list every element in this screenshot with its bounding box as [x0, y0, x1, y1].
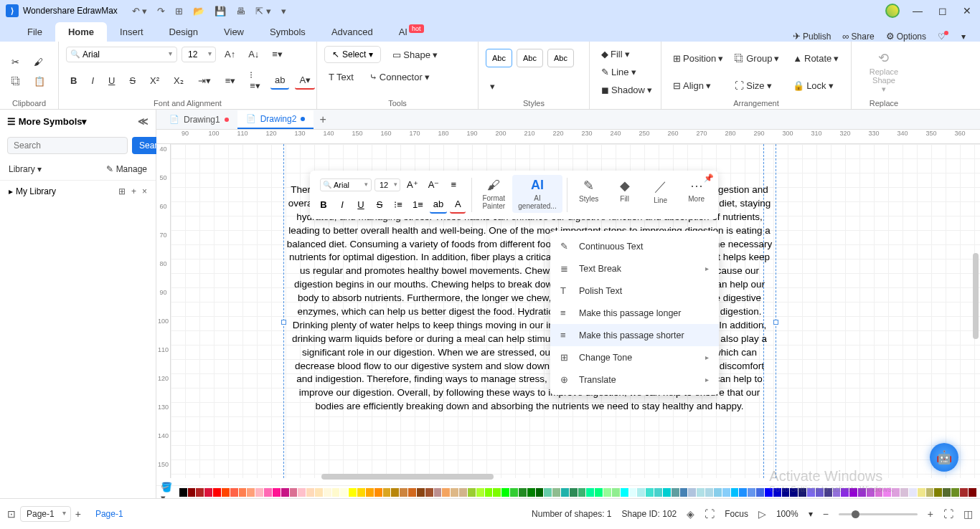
tab-view[interactable]: View: [211, 22, 257, 42]
ai-menu-item[interactable]: ⊕Translate▸: [550, 368, 719, 391]
mylib-grid-icon[interactable]: ⊞: [118, 186, 126, 196]
ai-menu-item[interactable]: ✎Continuous Text: [550, 235, 719, 257]
page-nav-icon[interactable]: ⊡: [7, 508, 16, 520]
color-swatch[interactable]: [273, 488, 281, 497]
play-icon[interactable]: ▷: [758, 508, 766, 520]
add-tab-button[interactable]: +: [314, 110, 331, 129]
options-button[interactable]: ⚙Options: [886, 31, 926, 42]
connector-tool[interactable]: ⤷ Connector▾: [365, 69, 434, 85]
color-swatch[interactable]: [552, 488, 560, 497]
color-swatch[interactable]: [544, 488, 552, 497]
mini-decrease-font-icon[interactable]: A⁻: [425, 176, 443, 193]
color-swatch[interactable]: [926, 488, 934, 497]
shadow-button[interactable]: ◼Shadow▾: [597, 82, 656, 98]
ai-menu-item[interactable]: TPolish Text: [550, 280, 719, 302]
zoom-out-icon[interactable]: −: [823, 508, 829, 520]
group-button[interactable]: ⿻ Group▾: [730, 50, 786, 67]
strike-icon[interactable]: S: [125, 72, 140, 89]
selection-handle[interactable]: [773, 320, 778, 325]
color-swatch[interactable]: [383, 488, 391, 497]
mini-fill-button[interactable]: ◆Fill: [608, 175, 642, 206]
color-swatch[interactable]: [417, 488, 425, 497]
minimize-icon[interactable]: —: [910, 5, 925, 16]
color-swatch[interactable]: [883, 488, 891, 497]
color-swatch[interactable]: [493, 488, 501, 497]
color-swatch[interactable]: [900, 488, 908, 497]
color-swatch[interactable]: [578, 488, 586, 497]
ai-menu-item[interactable]: ≣Text Break▸: [550, 257, 719, 280]
color-swatch[interactable]: [688, 488, 696, 497]
page-link[interactable]: Page-1: [95, 509, 123, 519]
menu-chevron-icon[interactable]: ▾: [961, 32, 966, 42]
color-swatch[interactable]: [782, 488, 790, 497]
color-swatch[interactable]: [374, 488, 382, 497]
color-swatch[interactable]: [849, 488, 857, 497]
color-swatch[interactable]: [672, 488, 679, 497]
font-color-icon[interactable]: A▾: [295, 72, 315, 90]
style-preset-3[interactable]: Abc: [547, 49, 574, 67]
tab-insert[interactable]: Insert: [107, 22, 156, 42]
color-swatch[interactable]: [637, 488, 645, 497]
cut-icon[interactable]: ✂: [7, 54, 25, 70]
color-swatch[interactable]: [340, 488, 348, 497]
indent-icon[interactable]: ⇥▾: [194, 72, 215, 89]
text-tool[interactable]: T Text: [324, 69, 358, 85]
position-button[interactable]: ⊞ Position▾: [669, 50, 727, 67]
color-swatch[interactable]: [663, 488, 671, 497]
color-swatch[interactable]: [867, 488, 875, 497]
color-swatch[interactable]: [612, 488, 620, 497]
color-swatch[interactable]: [833, 488, 841, 497]
color-swatch[interactable]: [798, 488, 806, 497]
color-swatch[interactable]: [807, 488, 815, 497]
mylib-add-icon[interactable]: +: [131, 186, 136, 196]
color-swatch[interactable]: [697, 488, 705, 497]
save-icon[interactable]: 💾: [215, 6, 226, 16]
color-swatch[interactable]: [561, 488, 569, 497]
expand-mylib-icon[interactable]: ▸: [9, 186, 13, 196]
align-button[interactable]: ⊟ Align▾: [669, 77, 727, 94]
color-swatch[interactable]: [527, 488, 535, 497]
mini-underline-icon[interactable]: U: [353, 196, 369, 213]
bullets-icon[interactable]: ⁝≡▾: [245, 67, 265, 94]
color-swatch[interactable]: [595, 488, 603, 497]
tab-advanced[interactable]: Advanced: [319, 22, 386, 42]
color-swatch[interactable]: [680, 488, 688, 497]
color-swatch[interactable]: [909, 488, 917, 497]
style-preset-1[interactable]: Abc: [486, 49, 512, 67]
mini-italic-icon[interactable]: I: [334, 196, 350, 213]
shape-tool[interactable]: ▭ Shape▾: [388, 46, 442, 63]
bold-icon[interactable]: B: [66, 72, 81, 89]
zoom-slider[interactable]: [839, 513, 918, 515]
color-swatch[interactable]: [425, 488, 433, 497]
color-swatch[interactable]: [247, 488, 255, 497]
manage-button[interactable]: ✎ Manage: [106, 164, 147, 174]
new-icon[interactable]: ⊞: [175, 6, 183, 16]
color-swatch[interactable]: [324, 488, 331, 497]
color-swatch[interactable]: [722, 488, 730, 497]
undo-icon[interactable]: ↶ ▾: [132, 6, 148, 16]
user-avatar[interactable]: [885, 4, 900, 18]
style-preset-2[interactable]: Abc: [517, 49, 543, 67]
mini-strike-icon[interactable]: S: [372, 196, 387, 213]
fill-button[interactable]: ◆Fill▾: [597, 46, 634, 62]
zoom-level[interactable]: 100%: [776, 509, 798, 519]
mini-bold-icon[interactable]: B: [316, 196, 331, 213]
color-swatch[interactable]: [196, 488, 204, 497]
color-swatch[interactable]: [239, 488, 247, 497]
page-select[interactable]: Page-1: [20, 506, 71, 522]
pin-icon[interactable]: 📌: [704, 173, 714, 183]
color-swatch[interactable]: [468, 488, 476, 497]
lock-button[interactable]: 🔒 Lock▾: [788, 77, 844, 94]
tab-file[interactable]: File: [14, 22, 55, 42]
color-swatch[interactable]: [391, 488, 399, 497]
publish-button[interactable]: ✈Publish: [793, 31, 831, 42]
mini-increase-font-icon[interactable]: A⁺: [403, 176, 422, 193]
color-swatch[interactable]: [315, 488, 323, 497]
size-button[interactable]: ⛶ Size▾: [730, 77, 786, 94]
library-dropdown[interactable]: Library ▾: [9, 164, 42, 174]
ai-generated-button[interactable]: AI AI generated...: [512, 175, 562, 213]
tab-design[interactable]: Design: [156, 22, 211, 42]
font-family-select[interactable]: Arial: [66, 47, 177, 62]
color-swatch[interactable]: [459, 488, 467, 497]
format-painter-button[interactable]: 🖌 Format Painter: [476, 175, 511, 213]
